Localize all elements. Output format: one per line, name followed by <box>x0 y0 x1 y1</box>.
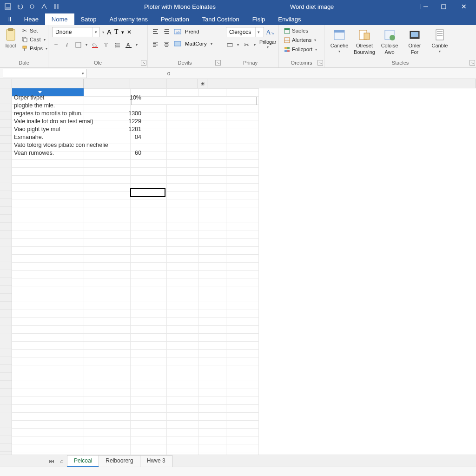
row-header[interactable] <box>0 310 12 317</box>
styles-item-1[interactable]: Saeles <box>283 27 318 34</box>
ribbon-bigbtn-canble[interactable]: Canble▾ <box>429 27 451 53</box>
cut-button[interactable]: ✂Set <box>20 27 48 34</box>
ribbon-tab-satop[interactable]: Satop <box>74 13 103 25</box>
row-header[interactable] <box>0 136 12 144</box>
row-header[interactable] <box>0 381 12 389</box>
list-icon[interactable] <box>113 41 121 48</box>
font-style-a-icon[interactable]: A↘ <box>266 28 274 36</box>
fill-color-icon[interactable] <box>91 41 99 48</box>
row-header[interactable] <box>0 373 12 381</box>
paste-button[interactable]: loocl <box>4 27 18 48</box>
col-header-c[interactable] <box>130 79 166 88</box>
row-header[interactable] <box>0 238 12 246</box>
row-header[interactable] <box>0 270 12 278</box>
ribbon-tab-il[interactable]: il <box>2 13 18 25</box>
styles-item-3[interactable]: Follzport▾ <box>283 46 318 53</box>
ribbon-tab-fislp[interactable]: Fislp <box>246 13 271 25</box>
row-header[interactable] <box>0 104 12 112</box>
ribbon-tab-ad-werny-tens[interactable]: Ad werny tens <box>103 13 154 25</box>
styles-item-2[interactable]: Alurtens▾ <box>283 36 318 44</box>
increase-font-icon[interactable]: A̍ <box>107 28 112 36</box>
clear-format-icon[interactable]: ✕ <box>127 29 132 35</box>
ribbon-tab-pecluation[interactable]: Pecluation <box>154 13 196 25</box>
row-header[interactable] <box>0 175 12 183</box>
ribbon-tab-envilags[interactable]: Envilags <box>271 13 307 25</box>
data-row[interactable]: Viao pight tye mul1281 <box>14 126 142 133</box>
scissors2-icon[interactable]: ✂ <box>243 41 250 48</box>
ribbon-tab-nome[interactable]: Nome <box>45 13 74 25</box>
align-left-icon[interactable] <box>152 40 159 47</box>
data-row[interactable]: Esmanahe.04 <box>14 133 142 141</box>
row-header[interactable] <box>0 286 12 294</box>
row-header[interactable] <box>0 357 12 365</box>
name-box[interactable]: ▾ <box>3 69 86 78</box>
row-header[interactable] <box>0 199 12 207</box>
col-header-rest[interactable] <box>207 79 476 88</box>
row-header[interactable] <box>0 207 12 215</box>
font-color-icon[interactable]: A <box>125 41 132 48</box>
row-header[interactable] <box>0 278 12 286</box>
ribbon-tab-tand-costrion[interactable]: Tand Costrion <box>196 13 246 25</box>
row-header[interactable] <box>0 112 12 120</box>
number-format-input[interactable] <box>226 29 255 35</box>
row-header[interactable] <box>0 333 12 341</box>
ribbon-bigbtn-coloise[interactable]: ColoiseAwo <box>378 27 401 55</box>
row-header[interactable] <box>0 294 12 302</box>
sheet-tab-hwve 3[interactable]: Hwve 3 <box>140 455 172 467</box>
row-header[interactable] <box>0 128 12 136</box>
border-icon[interactable] <box>74 41 82 48</box>
row-header[interactable] <box>0 365 12 373</box>
row-header[interactable] <box>0 167 12 175</box>
wrap-text-label[interactable]: Prend <box>185 29 199 34</box>
data-row[interactable]: Vean rumowes.60 <box>14 149 142 157</box>
row-header[interactable] <box>0 325 12 333</box>
merge-label[interactable]: MattCory <box>185 41 207 46</box>
row-header[interactable] <box>0 246 12 254</box>
row-header[interactable] <box>0 88 12 96</box>
ribbon-tab-heae[interactable]: Heae <box>18 13 45 25</box>
worksheet-grid[interactable]: Orper tivpet10%piogble the mle.regates t… <box>0 88 476 464</box>
dialog-launcher-icon[interactable]: ↘ <box>141 60 146 66</box>
format-painter-button[interactable]: Pslps▾ <box>20 45 48 52</box>
row-header[interactable] <box>0 389 12 397</box>
merge-cells-icon[interactable] <box>174 40 181 47</box>
row-header[interactable] <box>0 183 12 191</box>
minimize-button[interactable]: ─ <box>413 0 433 13</box>
font-t-icon[interactable]: T <box>114 28 119 36</box>
data-row[interactable]: regates to morotis to pitun.1300 <box>14 110 142 118</box>
font-name-combobox[interactable]: ▾ <box>52 27 99 37</box>
dialog-launcher-icon[interactable]: ↘ <box>317 60 323 66</box>
row-header[interactable] <box>0 436 12 444</box>
row-header[interactable] <box>0 412 12 420</box>
row-header[interactable] <box>0 159 12 167</box>
maximize-button[interactable] <box>433 0 454 13</box>
ribbon-bigbtn-otreset[interactable]: OtresetBourwing <box>353 27 376 55</box>
row-header[interactable] <box>0 420 12 428</box>
qat-undo-icon[interactable] <box>16 2 24 11</box>
italic-icon[interactable]: I <box>63 41 71 48</box>
row-header[interactable] <box>0 191 12 199</box>
qat-save-icon[interactable] <box>4 2 12 11</box>
data-row[interactable]: piogble the mle. <box>14 102 142 110</box>
close-button[interactable]: ✕ <box>454 0 474 13</box>
sheet-tab-reiboorerg[interactable]: Reiboorerg <box>99 455 140 467</box>
merge-icon[interactable]: ab <box>174 28 181 35</box>
font-t2-icon[interactable]: T <box>102 41 110 48</box>
align-middle-icon[interactable] <box>163 28 170 35</box>
row-header[interactable] <box>0 444 12 452</box>
ribbon-bigbtn-onler[interactable]: OnlerFor <box>403 27 426 55</box>
row-header[interactable] <box>0 223 12 231</box>
align-top-icon[interactable] <box>152 28 159 35</box>
sheet-nav-home-icon[interactable]: ⌂ <box>57 456 67 466</box>
number-format-combobox[interactable]: ▾ <box>226 27 264 37</box>
decrease-font-icon[interactable]: ▾ <box>121 29 124 35</box>
copy-button[interactable]: Cast▾ <box>20 36 48 43</box>
select-all-corner[interactable] <box>0 79 12 88</box>
qat-item-4-icon[interactable] <box>40 2 48 11</box>
chevron-down-icon[interactable]: ▾ <box>82 71 84 76</box>
col-header-b[interactable] <box>84 79 130 88</box>
data-row[interactable]: Orper tivpet10% <box>14 94 142 102</box>
row-header[interactable] <box>0 404 12 412</box>
sheet-nav-first-icon[interactable]: ⏮ <box>46 456 57 466</box>
row-header[interactable] <box>0 96 12 104</box>
